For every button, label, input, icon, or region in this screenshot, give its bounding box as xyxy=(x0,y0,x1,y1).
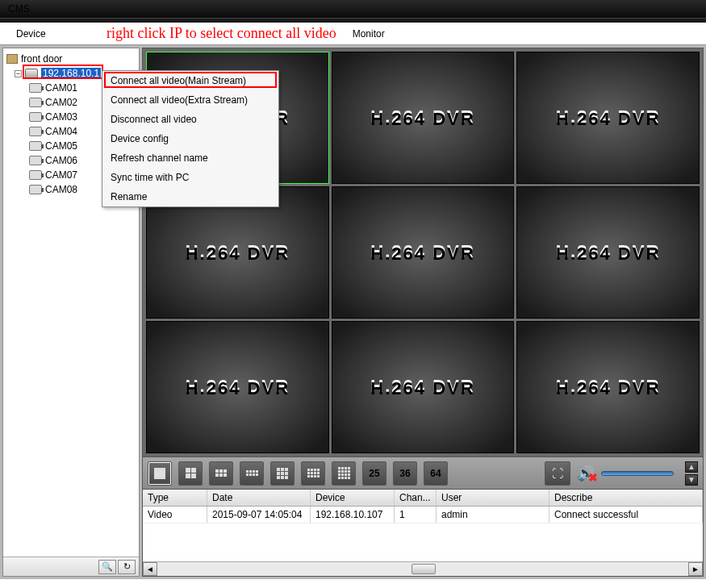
tile-label: H.264 DVR xyxy=(186,242,290,263)
fullscreen-button[interactable]: ⛶ xyxy=(545,461,570,486)
control-bar: 25 36 64 ⛶ 🔊✖ ▲ ▼ xyxy=(143,457,703,489)
tile-label: H.264 DVR xyxy=(556,107,660,128)
instruction-text: right click IP to select connect all vid… xyxy=(107,25,336,42)
scroll-arrows: ▲ ▼ xyxy=(685,461,698,486)
context-menu-item[interactable]: Disconnect all video xyxy=(102,110,278,129)
tile-label: H.264 DVR xyxy=(186,377,290,398)
cell-user: admin xyxy=(437,507,549,523)
tab-monitor[interactable]: Monitor xyxy=(353,28,385,40)
scroll-thumb[interactable] xyxy=(411,564,436,574)
log-panel: Type Date Device Chan... User Describe V… xyxy=(143,489,703,576)
camera-label: CAM06 xyxy=(45,155,77,166)
video-tile[interactable]: H.264 DVR xyxy=(332,186,515,319)
video-tile[interactable]: H.264 DVR xyxy=(516,186,700,319)
title-bar: CMS xyxy=(0,0,706,18)
layout-25-button[interactable]: 25 xyxy=(362,461,386,486)
video-tile[interactable]: H.264 DVR xyxy=(332,321,515,453)
log-row[interactable]: Video2015-09-07 14:05:04192.168.10.1071a… xyxy=(143,507,703,523)
camera-label: CAM08 xyxy=(45,184,77,195)
collapse-icon[interactable]: − xyxy=(15,70,22,77)
context-menu: Connect all video(Main Stream)Connect al… xyxy=(102,70,279,207)
layout-13-button[interactable] xyxy=(301,461,325,486)
refresh-button[interactable]: ↻ xyxy=(118,560,136,574)
camera-label: CAM01 xyxy=(45,82,77,94)
camera-icon xyxy=(29,83,42,93)
volume-slider[interactable] xyxy=(601,471,674,476)
tile-label: H.264 DVR xyxy=(370,107,474,128)
col-channel[interactable]: Chan... xyxy=(395,490,437,506)
cell-device: 192.168.10.107 xyxy=(311,507,395,523)
layout-16-button[interactable] xyxy=(332,461,356,486)
cell-channel: 1 xyxy=(395,507,437,523)
camera-icon xyxy=(29,185,42,194)
device-ip[interactable]: 192.168.10.1 xyxy=(41,68,101,79)
camera-label: CAM03 xyxy=(45,111,77,123)
col-date[interactable]: Date xyxy=(207,490,311,506)
tile-label: H.264 DVR xyxy=(556,377,660,398)
tile-label: H.264 DVR xyxy=(370,242,474,263)
folder-icon xyxy=(6,54,18,64)
camera-icon xyxy=(29,112,42,122)
app-title: CMS xyxy=(8,3,30,15)
layout-36-button[interactable]: 36 xyxy=(393,461,417,486)
video-tile[interactable]: H.264 DVR xyxy=(516,52,700,184)
layout-8-button[interactable] xyxy=(240,461,264,486)
video-tile[interactable]: H.264 DVR xyxy=(516,321,700,453)
video-tile[interactable]: H.264 DVR xyxy=(332,52,515,184)
tab-device[interactable]: Device xyxy=(16,28,46,40)
device-icon xyxy=(25,69,38,78)
scroll-left-button[interactable]: ◄ xyxy=(143,562,157,576)
cell-type: Video xyxy=(143,507,207,523)
scroll-up-button[interactable]: ▲ xyxy=(685,461,698,473)
layout-1-button[interactable] xyxy=(148,461,172,486)
camera-label: CAM04 xyxy=(45,126,77,137)
layout-64-button[interactable]: 64 xyxy=(424,461,448,486)
log-header: Type Date Device Chan... User Describe xyxy=(143,490,703,507)
context-menu-item[interactable]: Device config xyxy=(102,129,278,148)
search-button[interactable]: 🔍 xyxy=(98,560,116,574)
layout-6-button[interactable] xyxy=(209,461,233,486)
volume-mute-icon[interactable]: 🔊✖ xyxy=(577,465,595,482)
camera-icon xyxy=(29,170,42,180)
tree-root[interactable]: front door xyxy=(5,52,137,66)
video-tile[interactable]: H.264 DVR xyxy=(146,321,329,453)
mute-x-icon: ✖ xyxy=(588,471,598,484)
tile-label: H.264 DVR xyxy=(370,377,474,398)
camera-label: CAM05 xyxy=(45,140,77,152)
camera-icon xyxy=(29,98,42,107)
context-menu-item[interactable]: Rename xyxy=(102,187,278,206)
context-menu-item[interactable]: Connect all video(Extra Stream) xyxy=(102,90,278,110)
root-label: front door xyxy=(21,53,62,65)
top-nav: Device right click IP to select connect … xyxy=(0,23,706,45)
layout-9-button[interactable] xyxy=(270,461,295,486)
cell-date: 2015-09-07 14:05:04 xyxy=(207,507,311,523)
scroll-down-button[interactable]: ▼ xyxy=(685,474,698,486)
layout-4-button[interactable] xyxy=(178,461,203,486)
sidebar-toolbar: 🔍 ↻ xyxy=(3,557,139,576)
log-scrollbar[interactable]: ◄ ► xyxy=(143,561,703,576)
camera-icon xyxy=(29,141,42,151)
context-menu-item[interactable]: Refresh channel name xyxy=(102,148,278,168)
col-device[interactable]: Device xyxy=(311,490,395,506)
camera-icon xyxy=(29,156,42,165)
col-user[interactable]: User xyxy=(437,490,549,506)
scroll-right-button[interactable]: ► xyxy=(688,562,703,576)
cell-describe: Connect successful xyxy=(549,507,703,523)
context-menu-item[interactable]: Connect all video(Main Stream) xyxy=(102,71,278,90)
tile-label: H.264 DVR xyxy=(556,242,660,263)
camera-icon xyxy=(29,127,42,136)
col-describe[interactable]: Describe xyxy=(549,490,703,506)
col-type[interactable]: Type xyxy=(143,490,207,506)
camera-label: CAM02 xyxy=(45,97,77,108)
camera-label: CAM07 xyxy=(45,169,77,181)
context-menu-item[interactable]: Sync time with PC xyxy=(102,168,278,187)
